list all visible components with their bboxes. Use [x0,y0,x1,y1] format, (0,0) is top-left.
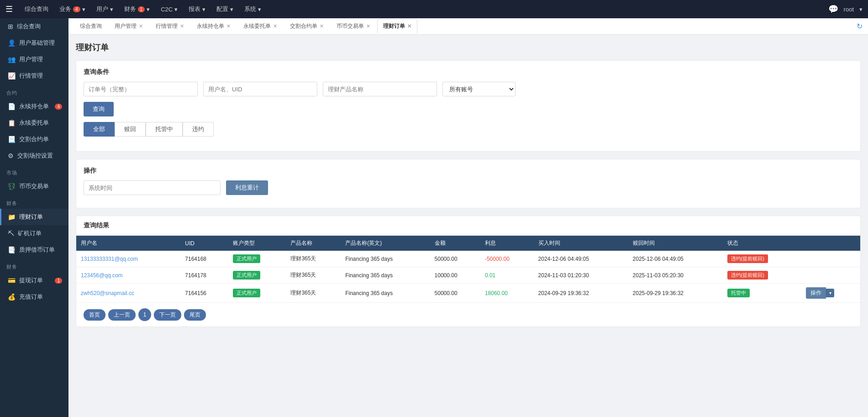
nav-item-配置[interactable]: 配置 ▾ [212,3,238,15]
sidebar-item-质押借币订单[interactable]: 📑 质押借币订单 [0,242,68,258]
tab-行情管理[interactable]: 行情管理 ✕ [150,19,190,33]
refresh-icon[interactable]: ↻ [857,22,863,31]
nav-label-报表: 报表 [189,5,200,13]
search-button[interactable]: 查询 [84,102,114,116]
tab-用户管理[interactable]: 用户管理 ✕ [109,19,149,33]
tab-永续委托单[interactable]: 永续委托单 ✕ [237,19,283,33]
username-link[interactable]: zwh520@snapmail.cc [81,290,134,296]
sidebar-item-理财订单[interactable]: 📁 理财订单 [0,209,68,225]
recalculate-button[interactable]: 利息重计 [226,180,268,195]
sidebar-item-综合查询[interactable]: ⊞ 综合查询 [0,18,68,35]
cell-status: 托管中 [723,284,801,303]
sidebar-item-用户管理[interactable]: 👥 用户管理 [0,51,68,68]
badge-永续持仓单: 4 [55,104,62,110]
chevron-down-icon: ▾ [174,6,178,13]
cell-action: 操作 ▾ [801,284,860,303]
pledge-icon: 📑 [8,246,16,253]
account-type-badge: 正式用户 [233,254,260,263]
pagination: 首页 上一页 1 下一页 尾页 [76,303,860,327]
close-icon[interactable]: ✕ [407,23,411,29]
col-account-type: 账户类型 [228,236,286,251]
filter-tab-托管中[interactable]: 托管中 [146,122,183,137]
nav-item-用户[interactable]: 用户 ▾ [92,3,118,15]
sidebar-item-币币交易单[interactable]: 💱 币币交易单 [0,178,68,195]
filter-tab-赎回[interactable]: 赎回 [115,122,146,137]
tab-label-永续持仓单: 永续持仓单 [197,22,224,30]
filter-tab-全部[interactable]: 全部 [84,122,115,137]
table-row: 13133333331@qq.com 7164168 正式用户 理财365天 F… [76,251,860,267]
sidebar-item-永续委托单[interactable]: 📋 永续委托单 [0,115,68,131]
cell-amount: 50000.00 [430,284,480,303]
order-no-input[interactable] [84,82,198,96]
cell-username[interactable]: zwh520@snapmail.cc [76,284,180,303]
menu-icon[interactable]: ☰ [5,4,13,14]
chevron-down-icon-user: ▾ [859,6,863,13]
doc-icon: 📄 [8,103,16,110]
close-icon[interactable]: ✕ [180,23,184,29]
file-icon: 📃 [8,136,16,143]
sidebar-label-用户基础管理: 用户基础管理 [19,39,55,47]
search-section-label: 查询条件 [84,68,853,76]
page-prev-button[interactable]: 上一页 [108,309,136,321]
cell-username[interactable]: 13133333331@qq.com [76,251,180,267]
sidebar: ⊞ 综合查询 👤 用户基础管理 👥 用户管理 📈 行情管理 合约 📄 永续持仓单… [0,18,68,417]
action-button[interactable]: 操作 [806,287,826,299]
sidebar-item-充值订单[interactable]: 💰 充值订单 [0,289,68,305]
nav-item-系统[interactable]: 系统 ▾ [240,3,266,15]
close-icon[interactable]: ✕ [320,23,324,29]
account-type-badge: 正式用户 [233,271,260,280]
tab-综合查询[interactable]: 综合查询 [74,19,108,33]
page-next-button[interactable]: 下一页 [154,309,181,321]
page-last-button[interactable]: 尾页 [184,309,206,321]
tab-永续持仓单[interactable]: 永续持仓单 ✕ [191,19,237,33]
tab-币币交易单[interactable]: 币币交易单 ✕ [331,19,376,33]
cell-product-name: 理财365天 [286,251,341,267]
system-time-input[interactable] [84,180,221,195]
results-table: 用户名 UID 账户类型 产品名称 产品名称(英文) 金额 利息 买入时间 赎回… [76,236,860,303]
nav-badge-财务: 1 [138,6,145,12]
sidebar-item-用户基础管理[interactable]: 👤 用户基础管理 [0,35,68,51]
tab-理财订单[interactable]: 理财订单 ✕ [377,19,417,33]
username-uid-input[interactable] [203,82,317,96]
chevron-down-icon: ▾ [230,6,233,13]
filter-tab-违约[interactable]: 违约 [183,122,214,137]
account-select[interactable]: 所有账号 [442,82,516,96]
table-row: zwh520@snapmail.cc 7164156 正式用户 理财365天 F… [76,284,860,303]
tab-bar: 综合查询 用户管理 ✕ 行情管理 ✕ 永续持仓单 ✕ 永续委托单 ✕ 交割合约单… [68,18,868,35]
col-buy-time: 买入时间 [534,236,628,251]
cell-uid: 7164156 [180,284,228,303]
cell-redeem-time: 2025-12-06 04:49:05 [628,251,723,267]
sidebar-item-矿机订单[interactable]: ⛏ 矿机订单 [0,225,68,242]
nav-item-报表[interactable]: 报表 ▾ [184,3,210,15]
username-link[interactable]: 13133333331@qq.com [81,256,138,262]
cell-username[interactable]: 123456@qq.com [76,267,180,284]
product-name-input[interactable] [323,82,437,96]
cell-product-name: 理财365天 [286,267,341,284]
sidebar-label-币币交易单: 币币交易单 [19,182,49,190]
page-first-button[interactable]: 首页 [84,309,105,321]
results-header: 查询结果 [76,216,860,236]
nav-item-综合查询[interactable]: 综合查询 [20,3,53,15]
username-link[interactable]: 123456@qq.com [81,272,123,279]
withdraw-icon: 💳 [8,277,16,284]
sidebar-item-交割场控设置[interactable]: ⚙ 交割场控设置 [0,148,68,164]
sidebar-item-永续持仓单[interactable]: 📄 永续持仓单 4 [0,98,68,115]
nav-label-综合查询: 综合查询 [25,5,48,13]
action-dropdown-button[interactable]: ▾ [826,289,834,297]
close-icon[interactable]: ✕ [139,23,143,29]
sidebar-item-行情管理[interactable]: 📈 行情管理 [0,68,68,84]
close-icon[interactable]: ✕ [226,23,231,29]
close-icon[interactable]: ✕ [366,23,370,29]
tab-label-币币交易单: 币币交易单 [337,22,364,30]
nav-item-业务[interactable]: 业务 4 ▾ [55,3,90,15]
status-badge: 违约(提前赎回) [727,271,768,280]
chat-icon[interactable]: 💬 [828,4,838,14]
nav-label-系统: 系统 [244,5,256,13]
sidebar-item-交割合约单[interactable]: 📃 交割合约单 [0,131,68,148]
cell-amount: 10000.00 [430,267,480,284]
sidebar-item-提现订单[interactable]: 💳 提现订单 1 [0,272,68,289]
close-icon[interactable]: ✕ [273,23,277,29]
nav-item-财务[interactable]: 财务 1 ▾ [120,3,155,15]
nav-item-C2C[interactable]: C2C ▾ [156,4,182,15]
tab-交割合约单[interactable]: 交割合约单 ✕ [284,19,330,33]
